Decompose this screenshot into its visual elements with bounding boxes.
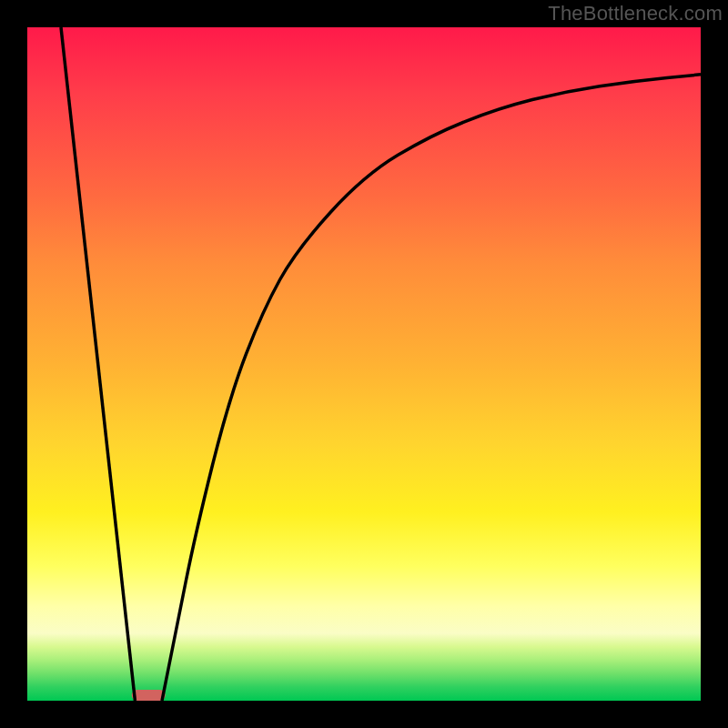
chart-frame: TheBottleneck.com: [0, 0, 728, 728]
curve-svg: [27, 27, 701, 701]
left-slope-line: [61, 27, 135, 701]
plot-area: [27, 27, 701, 701]
watermark-text: TheBottleneck.com: [548, 2, 723, 25]
bottleneck-marker: [132, 690, 166, 701]
right-curve-line: [162, 75, 701, 701]
curve-group: [61, 27, 701, 701]
